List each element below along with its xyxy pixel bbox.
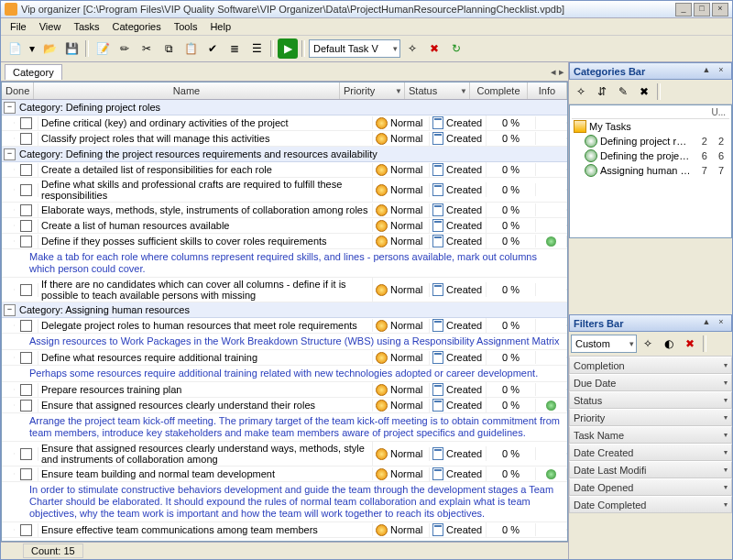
task-row[interactable]: Create a list of human resources availab… [2,218,567,234]
filter-row[interactable]: Date Completed [569,496,732,513]
col-info[interactable]: Info [528,82,567,99]
tab-category[interactable]: Category [5,64,62,80]
info-icon[interactable] [546,469,556,479]
new-db-icon[interactable]: 📄 [5,38,25,59]
copy-icon[interactable]: ⧉ [159,38,179,59]
task-row[interactable]: Ensure team building and normal team dev… [2,467,567,482]
task-row[interactable]: Classify project roles that will manage … [2,131,567,147]
task-row[interactable]: Define what resources require additional… [2,350,567,366]
paste-icon[interactable]: 📋 [181,38,201,59]
info-icon[interactable] [546,401,556,411]
info-icon[interactable] [546,236,556,247]
save-icon[interactable]: 💾 [61,38,82,59]
task-row[interactable]: Create a detailed list of responsibiliti… [2,162,567,178]
done-checkbox[interactable] [20,117,32,129]
expand-icon[interactable]: − [4,148,16,160]
task-row[interactable]: Ensure that assigned resources clearly u… [2,442,567,467]
done-checkbox[interactable] [20,524,32,536]
grid-body[interactable]: −Category: Defining project rolesDefine … [2,100,567,541]
cat-new-icon[interactable]: ✧ [571,82,591,102]
tree-item[interactable]: Assigning human resources77 [572,163,729,178]
col-name[interactable]: Name [34,82,340,99]
panel-close-icon[interactable]: × [715,317,728,329]
task-row[interactable]: Prepare resources training planNormalCre… [2,382,567,398]
filter-row[interactable]: Task Name [569,426,732,444]
done-checkbox[interactable] [20,468,32,480]
list-icon[interactable]: ≣ [224,38,245,59]
maximize-button[interactable]: □ [694,3,710,16]
open-icon[interactable]: 📂 [39,38,60,59]
filter-eye-icon[interactable]: ◐ [659,334,679,354]
expand-icon[interactable]: − [4,102,16,114]
filter-row[interactable]: Due Date [569,374,732,391]
close-button[interactable]: × [712,3,728,16]
filter-row[interactable]: Status [569,391,732,409]
menu-categories[interactable]: Categories [107,19,167,34]
tree-item[interactable]: Defining project roles22 [572,134,729,148]
filter-row[interactable]: Completion [569,357,732,374]
task-row[interactable]: If there are no candidates which can cov… [2,278,567,302]
done-checkbox[interactable] [20,184,32,196]
filter-row[interactable]: Priority [569,409,732,426]
done-checkbox[interactable] [20,204,32,216]
done-checkbox[interactable] [20,284,32,296]
col-done[interactable]: Done [2,82,34,99]
done-checkbox[interactable] [20,236,32,247]
menu-tools[interactable]: Tools [169,19,203,34]
done-checkbox[interactable] [20,220,32,232]
pin-icon[interactable]: ▲ [700,65,713,77]
wand-icon[interactable]: ✧ [402,38,422,59]
cat-edit-icon[interactable]: ✎ [613,82,633,102]
tree-icon[interactable]: ☰ [246,38,267,59]
menu-file[interactable]: File [5,19,32,34]
flag-icon[interactable]: ▶ [278,38,298,59]
filter-row[interactable]: Date Created [569,444,732,461]
expand-icon[interactable]: − [4,304,16,316]
delete-icon[interactable]: ✖ [424,38,444,59]
col-priority[interactable]: Priority▼ [340,82,405,99]
pin-icon[interactable]: ▲ [700,317,713,329]
task-view-combo[interactable]: Default Task V [309,39,400,58]
task-row[interactable]: Define what skills and professional craf… [2,178,567,203]
filter-combo[interactable]: Custom [571,335,637,353]
cat-mid-icon[interactable]: ⇵ [592,82,612,102]
edit-icon[interactable]: ✏ [115,38,135,59]
refresh-icon[interactable]: ↻ [446,38,466,59]
task-row[interactable]: Define if they posses sufficient skills … [2,234,567,249]
filter-row[interactable]: Date Last Modifi [569,461,732,478]
new-task-icon[interactable]: 📝 [93,38,113,59]
filter-wand-icon[interactable]: ✧ [638,334,658,354]
cat-del-icon[interactable]: ✖ [634,82,654,102]
done-checkbox[interactable] [20,320,32,332]
check-icon[interactable]: ✔ [202,38,223,59]
col-status[interactable]: Status▼ [405,82,470,99]
done-checkbox[interactable] [20,352,32,364]
filter-row[interactable]: Date Opened [569,478,732,496]
done-checkbox[interactable] [20,133,32,145]
tree-root[interactable]: My Tasks [589,121,631,132]
category-row[interactable]: −Category: Defining project roles [2,100,567,115]
done-checkbox[interactable] [20,164,32,176]
menu-view[interactable]: View [34,19,67,34]
tab-scroll-icon[interactable]: ◂ ▸ [551,66,564,78]
task-row[interactable]: Ensure effective team communications amo… [2,522,567,538]
minimize-button[interactable]: _ [675,3,692,16]
panel-close-icon[interactable]: × [715,65,728,77]
task-row[interactable]: Define critical (key) and ordinary activ… [2,115,567,131]
categories-tree[interactable]: U... My Tasks Defining project roles22De… [569,104,732,238]
task-row[interactable]: Elaborate ways, methods, style, instrume… [2,203,567,218]
filter-del-icon[interactable]: ✖ [680,334,700,354]
done-checkbox[interactable] [20,384,32,396]
task-row[interactable]: Delegate project roles to human resource… [2,318,567,334]
cut-icon[interactable]: ✂ [137,38,157,59]
category-row[interactable]: −Category: Defining the project resource… [2,147,567,162]
task-row[interactable]: Ensure that assigned resources clearly u… [2,398,567,413]
done-checkbox[interactable] [20,400,32,412]
new-db-dd-icon[interactable]: ▾ [27,38,38,59]
tree-item[interactable]: Defining the project resources requir66 [572,148,729,163]
col-complete[interactable]: Complete [470,82,528,99]
done-checkbox[interactable] [20,448,32,460]
menu-help[interactable]: Help [204,19,236,34]
category-row[interactable]: −Category: Assigning human resources [2,302,567,318]
menu-tasks[interactable]: Tasks [68,19,104,34]
